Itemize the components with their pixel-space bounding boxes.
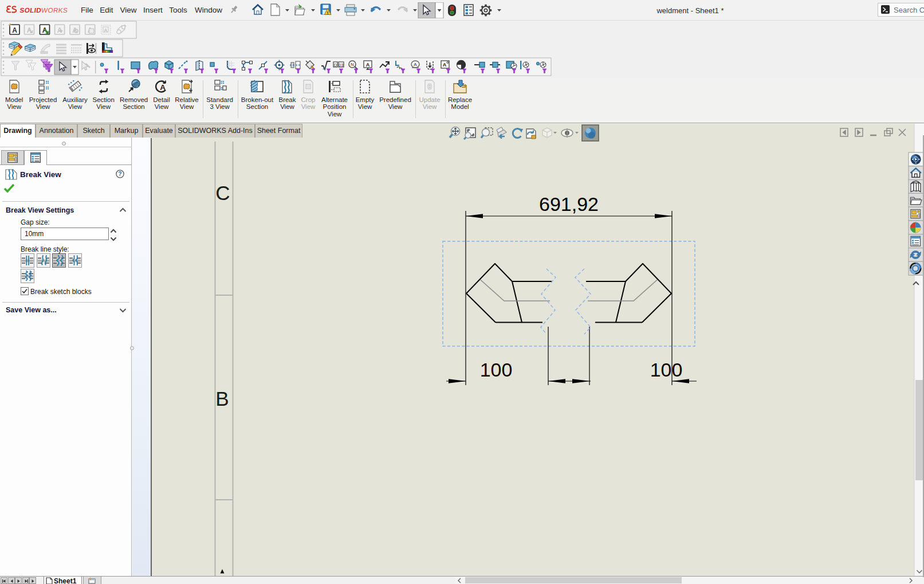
svg-text:A: A xyxy=(443,62,447,68)
svg-text:?: ? xyxy=(118,170,121,177)
svg-text:100: 100 xyxy=(480,359,513,381)
svg-text:A: A xyxy=(12,26,17,34)
svg-text:B: B xyxy=(215,387,229,410)
svg-text:C: C xyxy=(215,182,230,204)
svg-text:691,92: 691,92 xyxy=(539,193,599,215)
svg-text:A: A xyxy=(57,26,62,34)
svg-text:A: A xyxy=(366,62,370,68)
svg-text:100: 100 xyxy=(650,359,683,381)
svg-text:A: A xyxy=(104,28,108,33)
svg-text:SOLIDWORKS: SOLIDWORKS xyxy=(19,6,69,14)
svg-text:D: D xyxy=(334,62,337,68)
svg-text:N: N xyxy=(351,62,354,67)
svg-text:03: 03 xyxy=(339,62,343,68)
svg-text:!: ! xyxy=(327,10,329,15)
svg-text:A: A xyxy=(414,62,417,67)
